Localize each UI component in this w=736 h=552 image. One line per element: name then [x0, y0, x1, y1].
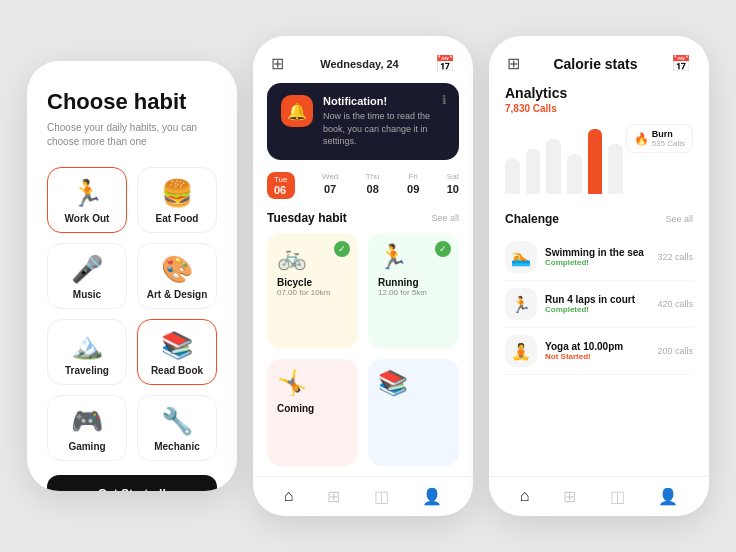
burn-badge: 🔥 Burn 535 Calls — [626, 124, 693, 153]
challenge-status-0: Completed! — [545, 258, 649, 267]
nav3-home-icon[interactable]: ⌂ — [520, 487, 530, 506]
challenge-info-2: Yoga at 10.00pm Not Started! — [545, 341, 649, 361]
habit-tile-2[interactable]: 🤸 Coming — [267, 359, 358, 466]
notification-content: Notification! Now is the time to read th… — [323, 95, 447, 148]
day-name: Sat — [447, 172, 459, 181]
tile-emoji-2: 🤸 — [277, 369, 348, 397]
tile-emoji-3: 📚 — [378, 369, 449, 397]
screen2-header: ⊞ Wednesday, 24 📅 — [253, 36, 473, 83]
check-icon-0: ✓ — [334, 241, 350, 257]
day-name: Wed — [322, 172, 338, 181]
day-item-wed[interactable]: Wed 07 — [322, 172, 338, 199]
habit-tile-3[interactable]: 📚 — [368, 359, 459, 466]
nav3-chart-icon[interactable]: ◫ — [610, 487, 625, 506]
chart-bar-5 — [608, 144, 623, 194]
screen1-subtitle: Choose your daily habits, you can choose… — [47, 121, 217, 149]
habit-card-music[interactable]: 🎤 Music — [47, 243, 127, 309]
challenge-emoji-0: 🏊 — [505, 241, 537, 273]
challenge-info-0: Swimming in the sea Completed! — [545, 247, 649, 267]
habit-emoji-mechanic: 🔧 — [161, 406, 193, 437]
challenge-calls-2: 200 calls — [657, 346, 693, 356]
challenge-see-all[interactable]: See all — [665, 214, 693, 224]
challenge-item-1[interactable]: 🏃 Run 4 laps in court Completed! 420 cal… — [505, 281, 693, 328]
day-item-thu[interactable]: Thu 08 — [366, 172, 380, 199]
calorie-header: ⊞ Calorie stats 📅 — [489, 36, 709, 85]
habit-emoji-art: 🎨 — [161, 254, 193, 285]
calorie-stats-screen: ⊞ Calorie stats 📅 Analytics 7,830 Calls … — [489, 36, 709, 516]
calorie-grid-icon: ⊞ — [507, 54, 520, 73]
habit-label-eat: Eat Food — [156, 213, 199, 224]
habit-emoji-gaming: 🎮 — [71, 406, 103, 437]
habit-card-workout[interactable]: 🏃 Work Out — [47, 167, 127, 233]
challenge-status-2: Not Started! — [545, 352, 649, 361]
day-name: Tue — [274, 175, 288, 184]
section-title: Tuesday habit — [267, 211, 347, 225]
habit-card-art[interactable]: 🎨 Art & Design — [137, 243, 217, 309]
habit-label-art: Art & Design — [147, 289, 208, 300]
habit-label-travel: Traveling — [65, 365, 109, 376]
chart-bar-0 — [505, 159, 520, 194]
chart-bar-3 — [567, 154, 582, 194]
notif-info-icon: ℹ — [442, 93, 447, 107]
habit-card-book[interactable]: 📚 Read Book — [137, 319, 217, 385]
analytics-calls: 7,830 Calls — [505, 103, 693, 114]
notification-card: 🔔 Notification! Now is the time to read … — [267, 83, 459, 160]
day-name: Fri — [408, 172, 417, 181]
calorie-title: Calorie stats — [553, 56, 637, 72]
day-num: 08 — [367, 183, 379, 195]
habit-tile-1[interactable]: ✓ 🏃 Running 12.00 for 5km — [368, 233, 459, 349]
burn-calls: 535 Calls — [652, 139, 685, 148]
days-row: Tue 06Wed 07Thu 08Fri 09Sat 10 — [253, 172, 473, 199]
challenge-emoji-1: 🏃 — [505, 288, 537, 320]
chart-bar-1 — [526, 149, 541, 194]
chart-bar-2 — [546, 139, 561, 194]
habit-emoji-travel: 🏔️ — [71, 330, 103, 361]
habit-label-book: Read Book — [151, 365, 203, 376]
habit-card-gaming[interactable]: 🎮 Gaming — [47, 395, 127, 461]
tile-name-0: Bicycle — [277, 277, 348, 288]
nav3-avatar-icon[interactable]: 👤 — [658, 487, 678, 506]
challenge-item-0[interactable]: 🏊 Swimming in the sea Completed! 322 cal… — [505, 234, 693, 281]
habits-grid: 🏃 Work Out🍔 Eat Food🎤 Music🎨 Art & Desig… — [47, 167, 217, 461]
analytics-title: Analytics — [505, 85, 693, 101]
day-item-sat[interactable]: Sat 10 — [447, 172, 459, 199]
challenge-calls-1: 420 calls — [657, 299, 693, 309]
habit-emoji-eat: 🍔 — [161, 178, 193, 209]
analytics-section: Analytics 7,830 Calls 🔥 Burn 535 Calls — [489, 85, 709, 206]
habit-card-travel[interactable]: 🏔️ Traveling — [47, 319, 127, 385]
day-name: Thu — [366, 172, 380, 181]
see-all-link[interactable]: See all — [431, 213, 459, 223]
nav-home-icon[interactable]: ⌂ — [284, 487, 294, 506]
habit-card-eat[interactable]: 🍔 Eat Food — [137, 167, 217, 233]
choose-habit-screen: Choose habit Choose your daily habits, y… — [27, 61, 237, 491]
habit-tile-0[interactable]: ✓ 🚲 Bicycle 07.00 for 10km — [267, 233, 358, 349]
chart-bars-container — [505, 124, 623, 194]
habit-card-mechanic[interactable]: 🔧 Mechanic — [137, 395, 217, 461]
nav-grid-icon[interactable]: ⊞ — [327, 487, 340, 506]
screens-container: Choose habit Choose your daily habits, y… — [27, 36, 709, 516]
challenge-emoji-2: 🧘 — [505, 335, 537, 367]
habit-label-workout: Work Out — [65, 213, 110, 224]
tile-name-1: Running — [378, 277, 449, 288]
nav-avatar-icon[interactable]: 👤 — [422, 487, 442, 506]
calendar-icon: 📅 — [435, 54, 455, 73]
day-num: 09 — [407, 183, 419, 195]
habit-emoji-workout: 🏃 — [71, 178, 103, 209]
grid-icon: ⊞ — [271, 54, 284, 73]
challenge-calls-0: 322 calls — [657, 252, 693, 262]
tile-time-0: 07.00 for 10km — [277, 288, 348, 297]
day-item-tue[interactable]: Tue 06 — [267, 172, 295, 199]
notif-title: Notification! — [323, 95, 447, 107]
tile-name-2: Coming — [277, 403, 348, 414]
day-item-fri[interactable]: Fri 09 — [407, 172, 419, 199]
challenge-header: Chalenge See all — [505, 212, 693, 226]
challenge-item-2[interactable]: 🧘 Yoga at 10.00pm Not Started! 200 calls — [505, 328, 693, 375]
challenge-title: Chalenge — [505, 212, 559, 226]
nav-chart-icon[interactable]: ◫ — [374, 487, 389, 506]
habits-dashboard-screen: ⊞ Wednesday, 24 📅 🔔 Notification! Now is… — [253, 36, 473, 516]
get-started-button[interactable]: Get Started! — [47, 475, 217, 491]
fire-icon: 🔥 — [634, 132, 649, 146]
header-date: Wednesday, 24 — [320, 58, 398, 70]
nav3-grid-icon[interactable]: ⊞ — [563, 487, 576, 506]
check-icon-1: ✓ — [435, 241, 451, 257]
